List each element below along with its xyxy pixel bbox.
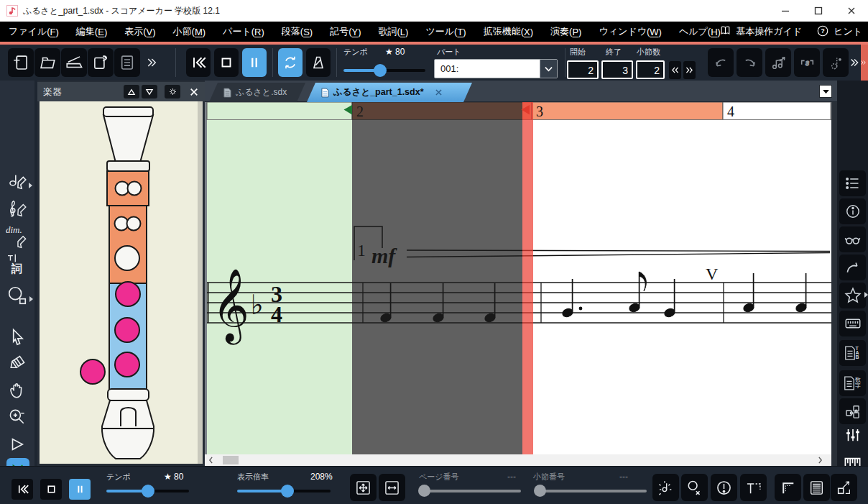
pause-button[interactable]: [242, 48, 267, 77]
more-file-tools-button[interactable]: [142, 48, 160, 77]
tab-close-icon[interactable]: [435, 88, 442, 98]
tuplet-button[interactable]: 3: [794, 48, 820, 77]
menu-lyrics[interactable]: 歌詞(L): [370, 22, 417, 42]
menu-window[interactable]: ウィンドウ(W): [590, 22, 670, 42]
more-edit-tools-button[interactable]: [846, 48, 861, 77]
play-marker-tool[interactable]: [5, 432, 29, 457]
minimize-button[interactable]: [769, 0, 802, 22]
transpose-note-button[interactable]: [765, 48, 791, 77]
time-signature-bottom[interactable]: 4: [271, 301, 282, 327]
numeric-notation-button[interactable]: 数字: [839, 370, 866, 396]
bottom-stop-button[interactable]: [40, 479, 62, 500]
range-count-field[interactable]: 2: [636, 60, 665, 79]
breath-mark[interactable]: V: [706, 265, 719, 283]
zoom-slider[interactable]: [237, 485, 331, 498]
open-button[interactable]: [34, 48, 60, 77]
metronome-button[interactable]: [306, 48, 331, 77]
menu-symbol[interactable]: 記号(Y): [321, 22, 369, 42]
menu-edit[interactable]: 編集(E): [68, 22, 116, 42]
skip-start-button[interactable]: [186, 48, 211, 77]
menu-measure[interactable]: 小節(M): [165, 22, 215, 42]
pan-hand-tool[interactable]: [5, 378, 29, 403]
range-prev-button[interactable]: [669, 61, 681, 79]
alert-info-button[interactable]: [711, 474, 737, 501]
undo-button[interactable]: [708, 48, 734, 77]
hide-cursor-button[interactable]: [681, 474, 708, 501]
bottom-skip-start-button[interactable]: [11, 479, 33, 500]
scrollbar-thumb[interactable]: [223, 456, 239, 464]
note-edit-tool[interactable]: [5, 170, 29, 194]
info-panel-button[interactable]: [839, 198, 866, 224]
treble-clef[interactable]: 𝄞: [212, 267, 249, 345]
bottom-pause-button[interactable]: [69, 479, 91, 500]
panel-scrollbar[interactable]: [198, 101, 203, 464]
panel-up-button[interactable]: [124, 85, 139, 98]
mixer-button[interactable]: [839, 422, 866, 448]
maximize-button[interactable]: [802, 0, 835, 22]
tab-list-dropdown[interactable]: [819, 85, 832, 98]
range-start-field[interactable]: 2: [567, 60, 599, 79]
dotted-note-button[interactable]: [823, 48, 849, 77]
menu-file[interactable]: ファイル(F): [0, 22, 68, 42]
lyrics-tool[interactable]: 詞: [5, 253, 29, 278]
guide-line-button[interactable]: [740, 474, 767, 501]
redo-button[interactable]: [737, 48, 762, 77]
tab-notation-button[interactable]: TAB: [839, 340, 866, 366]
expand-window-button[interactable]: [831, 474, 857, 501]
tempo-slider[interactable]: [343, 64, 425, 77]
panel-close-icon[interactable]: [186, 85, 202, 98]
page-number-slider[interactable]: [420, 485, 521, 498]
plugins-puzzle-button[interactable]: [839, 398, 866, 424]
measure-number-3[interactable]: 3: [536, 104, 543, 119]
select-tool[interactable]: [5, 325, 29, 349]
new-score-button[interactable]: [8, 48, 34, 77]
tab-furusato-part1[interactable]: ふるさと_part_1.sdx*: [307, 83, 472, 102]
hint-label[interactable]: ヒント: [834, 25, 862, 38]
clef-edit-tool[interactable]: [5, 197, 29, 221]
menu-extensions[interactable]: 拡張機能(X): [475, 22, 542, 42]
stop-button[interactable]: [214, 48, 239, 77]
dynamics-edit-tool[interactable]: dim.: [5, 224, 29, 249]
reading-glasses-button[interactable]: [839, 226, 866, 252]
close-button[interactable]: [835, 0, 868, 22]
text-lines-button[interactable]: [803, 474, 830, 501]
bar-number-slider[interactable]: [535, 485, 647, 498]
part-select[interactable]: 001:: [434, 59, 558, 78]
menu-paragraph[interactable]: 段落(S): [273, 22, 321, 42]
panel-settings-gear-icon[interactable]: [165, 85, 180, 98]
scroll-left-icon[interactable]: [205, 455, 216, 465]
fit-width-button[interactable]: [379, 474, 405, 501]
bottom-tempo-slider[interactable]: [106, 485, 189, 498]
menu-play[interactable]: 演奏(P): [542, 22, 590, 42]
score-list-button[interactable]: [114, 48, 140, 77]
margin-corner-button[interactable]: [775, 474, 801, 501]
loop-button[interactable]: [278, 48, 303, 77]
range-end-field[interactable]: 3: [601, 60, 633, 79]
measure-number-4[interactable]: 4: [727, 104, 734, 119]
favorites-star-button[interactable]: [839, 283, 866, 308]
menu-view[interactable]: 表示(V): [116, 22, 164, 42]
jump-arrow-button[interactable]: [839, 255, 866, 280]
score-list-panel-button[interactable]: [839, 170, 866, 196]
scan-button[interactable]: [61, 48, 87, 77]
scroll-right-icon[interactable]: [814, 455, 826, 465]
save-button[interactable]: [88, 48, 114, 77]
highlight-note-button[interactable]: [652, 474, 679, 501]
horizontal-scrollbar[interactable]: [205, 454, 831, 466]
guide-label[interactable]: 基本操作ガイド: [736, 25, 802, 38]
recorder-fingering-chart[interactable]: [40, 101, 203, 464]
shape-tool[interactable]: [5, 283, 29, 308]
fit-page-button[interactable]: [350, 474, 377, 501]
zoom-tool[interactable]: [5, 405, 29, 429]
menu-tools[interactable]: ツール(T): [417, 22, 474, 42]
score-view[interactable]: 2 3 4 𝄞 ♭ 3 4: [205, 102, 837, 454]
playhead-overlay[interactable]: [522, 102, 533, 454]
toolbar-overflow-button[interactable]: [861, 45, 868, 81]
tab-furusato[interactable]: ふるさと.sdx: [209, 83, 305, 102]
range-next-button[interactable]: [683, 61, 696, 79]
panel-down-button[interactable]: [142, 85, 157, 98]
eraser-tool[interactable]: [5, 352, 29, 376]
keyboard-input-button[interactable]: [839, 311, 866, 336]
menu-part[interactable]: パート(R): [214, 22, 273, 42]
key-flat[interactable]: ♭: [251, 289, 264, 321]
